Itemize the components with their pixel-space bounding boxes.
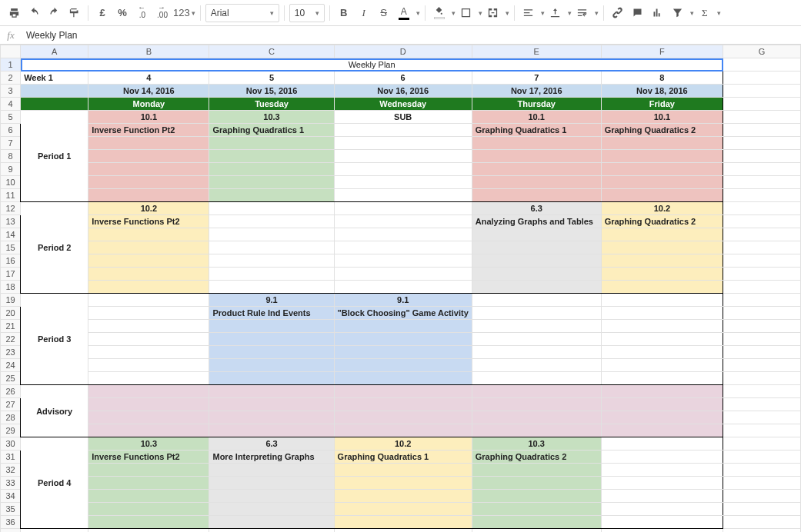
cell[interactable] <box>21 529 88 533</box>
functions-button[interactable]: Σ <box>696 4 714 22</box>
lesson-topic-cell[interactable]: Graphing Quadratics 1 <box>209 124 334 137</box>
col-header[interactable]: E <box>472 45 601 58</box>
lesson-topic-cell[interactable]: Product Rule Ind Events <box>209 307 334 320</box>
lesson-fill-cell[interactable] <box>472 333 601 346</box>
advisory-fill-cell[interactable] <box>334 424 472 437</box>
cell[interactable] <box>723 268 801 281</box>
merge-button[interactable] <box>484 4 502 22</box>
cell[interactable] <box>21 85 88 98</box>
lesson-fill-cell[interactable] <box>209 150 334 163</box>
advisory-fill-cell[interactable] <box>334 398 472 411</box>
cell[interactable] <box>723 85 801 98</box>
lesson-fill-cell[interactable] <box>472 503 601 516</box>
lesson-fill-cell[interactable] <box>334 372 472 385</box>
percent-button[interactable]: % <box>113 4 132 22</box>
day-cell[interactable]: Thursday <box>472 98 601 111</box>
advisory-fill-cell[interactable] <box>209 385 334 398</box>
lesson-fill-cell[interactable] <box>88 281 209 294</box>
row-header[interactable]: 13 <box>1 215 21 228</box>
lesson-num-cell[interactable]: 6.3 <box>472 202 601 215</box>
lesson-num-cell[interactable]: 10.3 <box>472 437 601 451</box>
lesson-fill-cell[interactable] <box>472 372 601 385</box>
increase-decimal-button[interactable]: →.00 <box>153 4 172 22</box>
lesson-topic-cell[interactable]: Graphing Quadratics 1 <box>334 451 472 464</box>
cell[interactable] <box>723 385 801 398</box>
lesson-fill-cell[interactable] <box>209 281 334 294</box>
lesson-fill-cell[interactable] <box>209 333 334 346</box>
lesson-fill-cell[interactable] <box>88 490 209 503</box>
day-cell[interactable]: Wednesday <box>334 98 472 111</box>
lesson-topic-cell[interactable] <box>601 451 723 464</box>
col-header[interactable]: G <box>723 45 801 58</box>
lesson-topic-cell[interactable] <box>88 307 209 320</box>
advisory-fill-cell[interactable] <box>601 385 723 398</box>
row-header[interactable]: 34 <box>1 490 21 503</box>
cell[interactable] <box>723 503 801 516</box>
lesson-fill-cell[interactable] <box>209 163 334 176</box>
cell[interactable] <box>88 529 209 533</box>
lesson-num-cell[interactable]: 10.2 <box>334 437 472 451</box>
cell[interactable] <box>723 372 801 385</box>
lesson-fill-cell[interactable] <box>334 241 472 254</box>
lesson-fill-cell[interactable] <box>88 464 209 477</box>
lesson-fill-cell[interactable] <box>601 333 723 346</box>
lesson-fill-cell[interactable] <box>209 464 334 477</box>
advisory-fill-cell[interactable] <box>88 385 209 398</box>
lesson-num-cell[interactable]: 10.1 <box>601 111 723 124</box>
cell[interactable] <box>723 163 801 176</box>
lesson-fill-cell[interactable] <box>472 464 601 477</box>
day-cell[interactable]: Tuesday <box>209 98 334 111</box>
cell[interactable] <box>723 359 801 372</box>
lesson-fill-cell[interactable] <box>601 189 723 202</box>
borders-dropdown[interactable]: ▾ <box>479 9 482 17</box>
fill-color-dropdown[interactable]: ▾ <box>452 9 456 17</box>
row-header[interactable]: 21 <box>1 320 21 333</box>
lesson-fill-cell[interactable] <box>88 359 209 372</box>
paint-format-icon[interactable] <box>65 4 83 22</box>
lesson-fill-cell[interactable] <box>472 359 601 372</box>
advisory-fill-cell[interactable] <box>334 385 472 398</box>
lesson-fill-cell[interactable] <box>601 137 723 150</box>
row-header[interactable]: 27 <box>1 398 21 411</box>
lesson-fill-cell[interactable] <box>209 320 334 333</box>
lesson-num-cell[interactable]: 10.2 <box>601 202 723 215</box>
cell[interactable] <box>723 320 801 333</box>
lesson-fill-cell[interactable] <box>472 516 601 529</box>
lesson-fill-cell[interactable] <box>472 241 601 254</box>
lesson-topic-cell[interactable]: Analyzing Graphs and Tables <box>472 215 601 228</box>
lesson-topic-cell[interactable]: Graphing Quadratics 2 <box>472 451 601 464</box>
lesson-num-cell[interactable]: 10.2 <box>88 202 209 215</box>
row-header[interactable]: 1 <box>1 58 21 71</box>
lesson-fill-cell[interactable] <box>601 372 723 385</box>
cell[interactable] <box>723 111 801 124</box>
lesson-topic-cell[interactable]: Inverse Functions Pt2 <box>88 215 209 228</box>
row-header[interactable]: 23 <box>1 346 21 359</box>
row-header[interactable]: 29 <box>1 424 21 437</box>
lesson-fill-cell[interactable] <box>334 464 472 477</box>
cell[interactable] <box>209 529 334 533</box>
row-header[interactable]: 10 <box>1 176 21 189</box>
cell[interactable] <box>723 307 801 320</box>
lesson-fill-cell[interactable] <box>601 254 723 268</box>
row-header[interactable]: 17 <box>1 268 21 281</box>
advisory-fill-cell[interactable] <box>601 398 723 411</box>
cell[interactable] <box>472 529 601 533</box>
day-cell[interactable]: Friday <box>601 98 723 111</box>
lesson-topic-cell[interactable] <box>334 124 472 137</box>
select-all-corner[interactable] <box>1 45 21 58</box>
lesson-num-cell[interactable] <box>334 202 472 215</box>
period-label-cell[interactable]: Period 1 <box>21 111 88 202</box>
row-header[interactable]: 26 <box>1 385 21 398</box>
date-cell[interactable]: Nov 17, 2016 <box>472 85 601 98</box>
lesson-topic-cell[interactable]: Inverse Functions Pt2 <box>88 451 209 464</box>
lesson-topic-cell[interactable]: Inverse Function Pt2 <box>88 124 209 137</box>
lesson-fill-cell[interactable] <box>601 477 723 490</box>
lesson-fill-cell[interactable] <box>601 268 723 281</box>
lesson-topic-cell[interactable] <box>334 215 472 228</box>
lesson-topic-cell[interactable] <box>472 307 601 320</box>
row-header[interactable]: 19 <box>1 294 21 307</box>
lesson-fill-cell[interactable] <box>601 176 723 189</box>
lesson-fill-cell[interactable] <box>334 333 472 346</box>
row-header[interactable]: 30 <box>1 437 21 451</box>
period-label-cell[interactable]: Period 3 <box>21 294 88 385</box>
